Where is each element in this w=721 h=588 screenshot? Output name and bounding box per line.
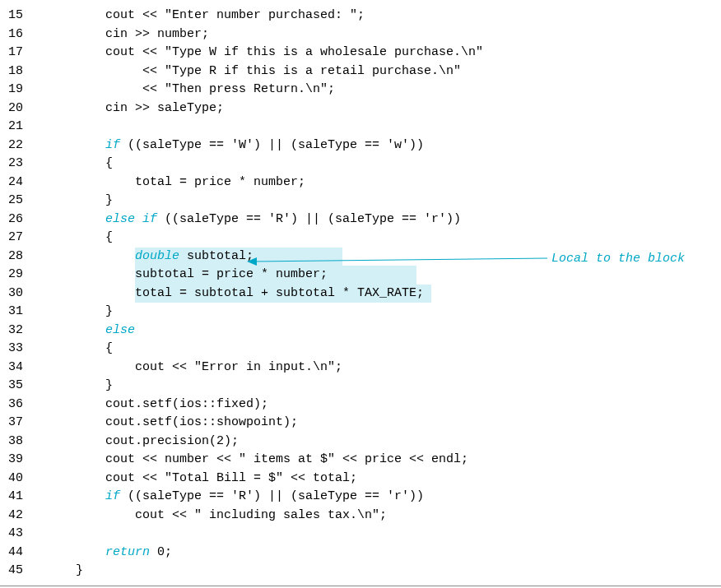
line-number: 19 — [0, 81, 46, 100]
line-number: 16 — [0, 25, 46, 44]
code-line: 31 } — [0, 303, 721, 322]
code-text: cout << "Total Bill = $" << total; — [105, 470, 357, 488]
line-number: 32 — [0, 322, 46, 340]
line-number: 38 — [0, 433, 46, 451]
line-number: 30 — [0, 285, 46, 303]
code-line: 43 — [0, 525, 721, 544]
line-number: 44 — [0, 544, 46, 563]
code-text: { — [105, 229, 113, 248]
code-line: 29 subtotal = price * number; — [0, 266, 721, 285]
keyword: else if — [105, 211, 157, 229]
code-text: << "Then press Return.\n"; — [142, 81, 335, 100]
line-number: 33 — [0, 340, 46, 359]
line-number: 40 — [0, 470, 46, 488]
code-line: 17 cout << "Type W if this is a wholesal… — [0, 44, 721, 63]
line-number: 41 — [0, 488, 46, 507]
line-number: 28 — [0, 248, 46, 266]
code-text: cout << "Error in input.\n"; — [135, 359, 342, 377]
line-number: 43 — [0, 525, 46, 544]
code-text: cout << number << " items at $" << price… — [105, 451, 468, 470]
code-line: 16 cin >> number; — [0, 25, 721, 44]
code-line: 32 else — [0, 322, 721, 340]
code-line: 21 — [0, 118, 721, 137]
code-listing: 15 cout << "Enter number purchased: "; 1… — [0, 7, 721, 581]
line-number: 23 — [0, 155, 46, 174]
line-number: 17 — [0, 44, 46, 63]
code-text: total = price * number; — [135, 174, 305, 192]
line-number: 26 — [0, 211, 46, 229]
code-text: } — [76, 562, 83, 581]
line-number: 39 — [0, 451, 46, 470]
code-line: 15 cout << "Enter number purchased: "; — [0, 7, 721, 25]
code-line: 42 cout << " including sales tax.\n"; — [0, 507, 721, 525]
code-text: cout.setf(ios::fixed); — [105, 396, 268, 414]
code-line: 35 } — [0, 377, 721, 396]
keyword: return — [105, 544, 150, 563]
line-number: 22 — [0, 137, 46, 155]
code-line: 25 } — [0, 192, 721, 211]
code-line: 45 } — [0, 562, 721, 581]
code-line: 41 if ((saleType == 'R') || (saleType ==… — [0, 488, 721, 507]
horizontal-rule — [0, 586, 721, 586]
line-number: 36 — [0, 396, 46, 414]
line-number: 34 — [0, 359, 46, 377]
code-line: 26 else if ((saleType == 'R') || (saleTy… — [0, 211, 721, 229]
line-number: 21 — [0, 118, 46, 137]
code-line: 30 total = subtotal + subtotal * TAX_RAT… — [0, 285, 721, 303]
line-number: 24 — [0, 174, 46, 192]
code-text: } — [105, 377, 113, 396]
code-text: cin >> number; — [105, 25, 209, 44]
code-line: 39 cout << number << " items at $" << pr… — [0, 451, 721, 470]
code-line: 44 return 0; — [0, 544, 721, 563]
keyword: else — [105, 322, 135, 340]
code-text: } — [105, 303, 113, 322]
code-line: 34 cout << "Error in input.\n"; — [0, 359, 721, 377]
code-line: 18 << "Type R if this is a retail purcha… — [0, 63, 721, 81]
code-line: 37 cout.setf(ios::showpoint); — [0, 414, 721, 433]
code-text: cout << "Type W if this is a wholesale p… — [105, 44, 483, 63]
code-line: 28 double subtotal; — [0, 248, 721, 266]
code-line: 38 cout.precision(2); — [0, 433, 721, 451]
line-number: 35 — [0, 377, 46, 396]
code-text: { — [105, 340, 113, 359]
keyword: if — [105, 488, 120, 507]
code-text: cin >> saleType; — [105, 100, 224, 118]
line-number: 37 — [0, 414, 46, 433]
line-number: 27 — [0, 229, 46, 248]
code-line: 22 if ((saleType == 'W') || (saleType ==… — [0, 137, 721, 155]
code-line: 23 { — [0, 155, 721, 174]
keyword: double — [135, 248, 179, 266]
line-number: 45 — [0, 562, 46, 581]
keyword: if — [105, 137, 120, 155]
code-text: subtotal = price * number; — [135, 266, 328, 285]
line-number: 18 — [0, 63, 46, 81]
line-number: 20 — [0, 100, 46, 118]
code-text: 0; — [150, 544, 172, 563]
code-text: subtotal; — [179, 248, 254, 266]
line-number: 29 — [0, 266, 46, 285]
line-number: 42 — [0, 507, 46, 525]
code-line: 36 cout.setf(ios::fixed); — [0, 396, 721, 414]
code-text: cout << "Enter number purchased: "; — [105, 7, 365, 25]
code-text: cout << " including sales tax.\n"; — [135, 507, 387, 525]
code-text: ((saleType == 'R') || (saleType == 'r')) — [157, 211, 461, 229]
code-line: 33 { — [0, 340, 721, 359]
code-line: 24 total = price * number; — [0, 174, 721, 192]
code-text: { — [105, 155, 113, 174]
code-text: cout.setf(ios::showpoint); — [105, 414, 298, 433]
code-text: ((saleType == 'W') || (saleType == 'w')) — [120, 137, 424, 155]
code-line: 40 cout << "Total Bill = $" << total; — [0, 470, 721, 488]
code-line: 20 cin >> saleType; — [0, 100, 721, 118]
code-text: total = subtotal + subtotal * TAX_RATE; — [135, 285, 424, 303]
line-number: 25 — [0, 192, 46, 211]
code-text: << "Type R if this is a retail purchase.… — [142, 63, 461, 81]
line-number: 15 — [0, 7, 46, 25]
code-text: ((saleType == 'R') || (saleType == 'r')) — [120, 488, 424, 507]
code-text: } — [105, 192, 113, 211]
code-line: 19 << "Then press Return.\n"; — [0, 81, 721, 100]
code-line: 27 { — [0, 229, 721, 248]
code-text: cout.precision(2); — [105, 433, 239, 451]
line-number: 31 — [0, 303, 46, 322]
